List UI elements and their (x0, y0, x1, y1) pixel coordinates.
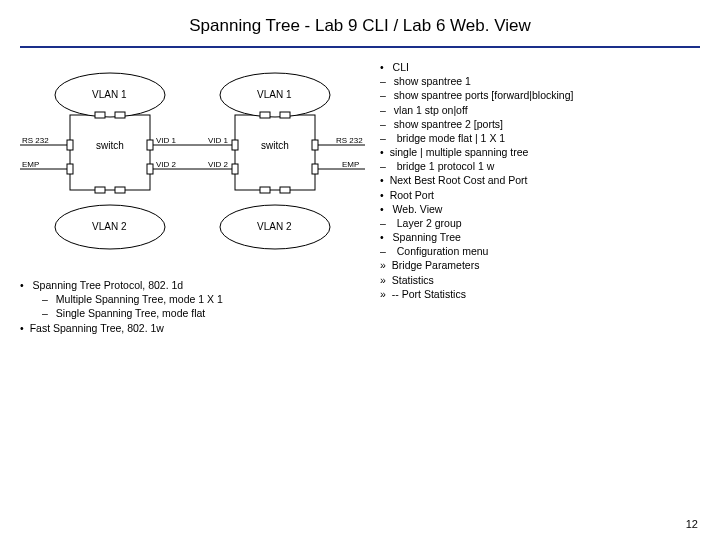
rs232-right-label: RS 232 (336, 136, 363, 145)
cli-bridge-mode: bridge mode flat | 1 X 1 single | multip… (380, 131, 700, 159)
cli-show-spantree-1: show spantree 1 (380, 74, 700, 88)
webview-spanning-tree-text: Spanning Tree (393, 231, 461, 243)
vlan-diagram: VLAN 1 VLAN 1 VLAN 2 VLAN 2 switch switc… (20, 60, 370, 270)
svg-rect-6 (67, 140, 73, 150)
emp-right-label: EMP (342, 160, 359, 169)
svg-rect-25 (280, 112, 290, 118)
switch-left-label: switch (96, 140, 124, 151)
cli-heading-text: CLI (393, 61, 409, 73)
cli-bridge-protocol-text: bridge 1 protocol 1 w (397, 160, 494, 172)
svg-rect-27 (280, 187, 290, 193)
webview-heading: Web. View Layer 2 group Spanning Tree Co… (380, 202, 700, 301)
cli-next-best-root: Next Best Root Cost and Port (380, 173, 700, 187)
svg-rect-10 (312, 140, 318, 150)
vlan2-left-label: VLAN 2 (92, 221, 126, 232)
svg-rect-17 (147, 164, 153, 174)
svg-rect-26 (260, 187, 270, 193)
svg-rect-15 (232, 140, 238, 150)
svg-rect-7 (67, 164, 73, 174)
diagram-svg (20, 60, 370, 270)
vlan1-right-label: VLAN 1 (257, 89, 291, 100)
vlan2-right-label: VLAN 2 (257, 221, 291, 232)
svg-rect-3 (235, 115, 315, 190)
cli-heading: CLI show spantree 1 show spantree ports … (380, 60, 700, 202)
webview-bridge-params: Bridge Parameters (380, 258, 700, 272)
webview-spanning-tree: Spanning Tree Configuration menu Bridge … (380, 230, 700, 301)
vid2-a-label: VID 2 (156, 160, 176, 169)
webview-port-statistics: -- Port Statistics (380, 287, 700, 301)
webview-config-menu-text: Configuration menu (397, 245, 489, 257)
vlan1-left-label: VLAN 1 (92, 89, 126, 100)
note-mstp: Multiple Spanning Tree, mode 1 X 1 (42, 292, 370, 306)
slide-body: VLAN 1 VLAN 1 VLAN 2 VLAN 2 switch switc… (20, 60, 700, 490)
svg-rect-20 (95, 112, 105, 118)
cli-root-port: Root Port (380, 188, 700, 202)
svg-rect-18 (232, 164, 238, 174)
note-fstp: Fast Spanning Tree, 802. 1w (20, 321, 370, 335)
page-number: 12 (686, 518, 698, 530)
svg-rect-14 (147, 140, 153, 150)
cli-bridge-protocol: bridge 1 protocol 1 w Next Best Root Cos… (380, 159, 700, 202)
cli-show-spantree-ports: show spantree ports [forward|blocking] (380, 88, 700, 102)
svg-rect-24 (260, 112, 270, 118)
webview-config-menu: Configuration menu Bridge Parameters Sta… (380, 244, 700, 301)
switch-right-label: switch (261, 140, 289, 151)
emp-left-label: EMP (22, 160, 39, 169)
note-stp-text: Spanning Tree Protocol, 802. 1d (33, 279, 184, 291)
rs232-left-label: RS 232 (22, 136, 49, 145)
page-title: Spanning Tree - Lab 9 CLI / Lab 6 Web. V… (0, 0, 720, 46)
title-rule (20, 46, 700, 48)
vid1-a-label: VID 1 (156, 136, 176, 145)
svg-rect-0 (70, 115, 150, 190)
webview-layer2: Layer 2 group Spanning Tree Configuratio… (380, 216, 700, 301)
svg-rect-11 (312, 164, 318, 174)
cli-vlan-stp: vlan 1 stp on|off (380, 103, 700, 117)
cli-bridge-mode-text: bridge mode flat | 1 X 1 (397, 132, 505, 144)
svg-rect-22 (95, 187, 105, 193)
svg-rect-21 (115, 112, 125, 118)
cli-single-multiple: single | multiple spanning tree (380, 145, 700, 159)
cli-show-spantree-2: show spantree 2 [ports] (380, 117, 700, 131)
left-notes: Spanning Tree Protocol, 802. 1d Multiple… (20, 278, 370, 335)
webview-layer2-text: Layer 2 group (397, 217, 462, 229)
note-stp: Spanning Tree Protocol, 802. 1d Multiple… (20, 278, 370, 321)
vid1-b-label: VID 1 (208, 136, 228, 145)
webview-statistics: Statistics (380, 273, 700, 287)
svg-rect-23 (115, 187, 125, 193)
vid2-b-label: VID 2 (208, 160, 228, 169)
webview-heading-text: Web. View (393, 203, 443, 215)
right-column: CLI show spantree 1 show spantree ports … (380, 60, 700, 301)
note-sstp: Single Spanning Tree, mode flat (42, 306, 370, 320)
